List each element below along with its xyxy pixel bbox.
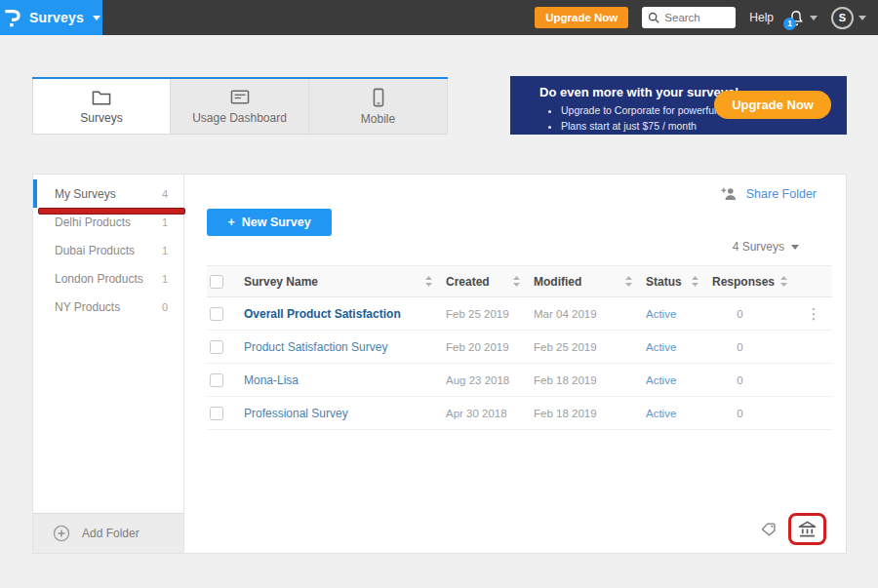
responses-count: 0 bbox=[712, 408, 795, 419]
notification-badge: 1 bbox=[783, 18, 796, 30]
mobile-icon bbox=[372, 88, 385, 107]
created-date: Apr 30 2018 bbox=[446, 408, 534, 419]
created-date: Feb 20 2019 bbox=[446, 341, 534, 353]
help-link[interactable]: Help bbox=[749, 11, 774, 24]
folder-name: London Products bbox=[55, 272, 143, 286]
modified-date: Feb 25 2019 bbox=[534, 341, 646, 353]
surveys-count-label: 4 Surveys bbox=[733, 240, 784, 254]
add-folder-button[interactable]: Add Folder bbox=[33, 513, 183, 553]
tab-mobile[interactable]: Mobile bbox=[309, 79, 448, 134]
folder-count: 1 bbox=[162, 216, 168, 228]
sort-icon bbox=[513, 276, 520, 287]
chevron-down-icon bbox=[791, 245, 799, 250]
main-tabs: Surveys Usage Dashboard Mobile bbox=[32, 77, 448, 135]
upgrade-now-cta-button[interactable]: Upgrade Now bbox=[714, 91, 831, 119]
avatar: S bbox=[831, 7, 854, 29]
sidebar-item-my-surveys[interactable]: My Surveys 4 bbox=[33, 179, 183, 208]
top-bar: Surveys Upgrade Now Help 1 S bbox=[0, 0, 878, 35]
person-add-icon bbox=[721, 186, 738, 201]
new-survey-button[interactable]: + New Survey bbox=[207, 209, 332, 236]
status-badge[interactable]: Active bbox=[646, 374, 712, 386]
folders-sidebar: My Surveys 4 Delhi Products 1 Dubai Prod… bbox=[33, 175, 184, 553]
table-row: Overall Product Satisfaction Feb 25 2019… bbox=[207, 297, 832, 331]
survey-name-link[interactable]: Professional Survey bbox=[244, 407, 446, 420]
plus-circle-icon bbox=[53, 525, 70, 542]
dashboard-icon bbox=[229, 89, 251, 106]
status-badge[interactable]: Active bbox=[646, 308, 712, 320]
survey-name-link[interactable]: Product Satisfaction Survey bbox=[244, 340, 446, 354]
sidebar-item-london-products[interactable]: London Products 1 bbox=[33, 264, 183, 293]
table-row: Mona-Lisa Aug 23 2018 Feb 18 2019 Active… bbox=[207, 364, 832, 397]
row-checkbox[interactable] bbox=[210, 373, 223, 387]
folder-count: 4 bbox=[162, 188, 168, 200]
proprofs-logo-icon bbox=[2, 7, 20, 28]
column-header-modified[interactable]: Modified bbox=[534, 275, 646, 289]
row-checkbox[interactable] bbox=[210, 407, 223, 420]
tab-surveys[interactable]: Surveys bbox=[32, 79, 171, 134]
notifications-button[interactable]: 1 bbox=[787, 9, 818, 27]
account-menu[interactable]: S bbox=[831, 7, 866, 29]
sidebar-item-dubai-products[interactable]: Dubai Products 1 bbox=[33, 236, 183, 264]
surveys-table: Survey Name Created Modified Status Resp… bbox=[207, 265, 832, 430]
upgrade-now-button[interactable]: Upgrade Now bbox=[535, 7, 628, 28]
chevron-down-icon bbox=[93, 16, 100, 20]
annotation-red-box bbox=[788, 513, 826, 545]
sidebar-item-ny-products[interactable]: NY Products 0 bbox=[33, 293, 183, 321]
folder-count: 0 bbox=[162, 301, 168, 313]
new-survey-label: New Survey bbox=[242, 216, 311, 229]
select-all-checkbox[interactable] bbox=[210, 275, 223, 289]
status-badge[interactable]: Active bbox=[646, 341, 712, 353]
responses-count: 0 bbox=[712, 341, 795, 353]
created-date: Feb 25 2019 bbox=[446, 308, 534, 320]
tags-button[interactable] bbox=[760, 522, 777, 536]
upgrade-promo-banner: Do even more with your surveys! Upgrade … bbox=[510, 76, 847, 135]
folder-icon bbox=[91, 89, 112, 106]
table-row: Product Satisfaction Survey Feb 20 2019 … bbox=[207, 331, 832, 364]
modified-date: Mar 04 2019 bbox=[534, 308, 646, 320]
column-header-survey-name[interactable]: Survey Name bbox=[244, 275, 446, 289]
column-header-responses[interactable]: Responses bbox=[712, 275, 795, 289]
search-box[interactable] bbox=[642, 7, 736, 28]
column-header-status[interactable]: Status bbox=[646, 275, 712, 289]
folder-name: My Surveys bbox=[55, 187, 116, 201]
search-icon bbox=[648, 12, 659, 23]
search-input[interactable] bbox=[664, 12, 727, 23]
folder-name: NY Products bbox=[55, 300, 120, 314]
table-row: Professional Survey Apr 30 2018 Feb 18 2… bbox=[207, 397, 832, 430]
folder-count: 1 bbox=[162, 245, 168, 256]
archive-button[interactable] bbox=[797, 520, 818, 538]
surveys-panel: My Surveys 4 Delhi Products 1 Dubai Prod… bbox=[32, 174, 847, 554]
row-checkbox[interactable] bbox=[210, 340, 223, 354]
status-badge[interactable]: Active bbox=[646, 408, 712, 419]
tab-label: Surveys bbox=[80, 111, 122, 125]
column-header-created[interactable]: Created bbox=[446, 275, 534, 289]
responses-count: 0 bbox=[712, 308, 795, 320]
sort-icon bbox=[780, 276, 787, 287]
annotation-red-underline bbox=[38, 208, 185, 215]
sort-icon bbox=[425, 276, 432, 287]
kebab-menu-icon[interactable]: ⋮ bbox=[795, 306, 832, 321]
tab-usage-dashboard[interactable]: Usage Dashboard bbox=[171, 79, 309, 134]
folder-name: Delhi Products bbox=[55, 216, 131, 229]
add-folder-label: Add Folder bbox=[82, 527, 140, 540]
product-name: Surveys bbox=[29, 10, 84, 25]
promo-bullet: Plans start at just $75 / month bbox=[561, 118, 847, 134]
tab-label: Mobile bbox=[361, 112, 395, 126]
tab-label: Usage Dashboard bbox=[192, 111, 287, 125]
row-checkbox[interactable] bbox=[210, 307, 223, 321]
modified-date: Feb 18 2019 bbox=[534, 374, 646, 386]
table-header-row: Survey Name Created Modified Status Resp… bbox=[207, 265, 832, 297]
folder-name: Dubai Products bbox=[55, 244, 135, 257]
chevron-down-icon bbox=[810, 16, 818, 20]
survey-name-link[interactable]: Mona-Lisa bbox=[244, 373, 446, 387]
share-folder-button[interactable]: Share Folder bbox=[721, 186, 817, 201]
sort-icon bbox=[692, 276, 698, 287]
survey-name-link[interactable]: Overall Product Satisfaction bbox=[244, 307, 446, 321]
surveys-count-dropdown[interactable]: 4 Surveys bbox=[733, 240, 799, 254]
folder-count: 1 bbox=[162, 273, 168, 285]
survey-list-content: Share Folder + New Survey 4 Surveys Surv… bbox=[184, 175, 846, 553]
share-folder-label: Share Folder bbox=[746, 187, 817, 201]
product-switcher[interactable]: Surveys bbox=[0, 0, 102, 35]
plus-icon: + bbox=[227, 216, 234, 229]
sort-icon bbox=[625, 276, 632, 287]
